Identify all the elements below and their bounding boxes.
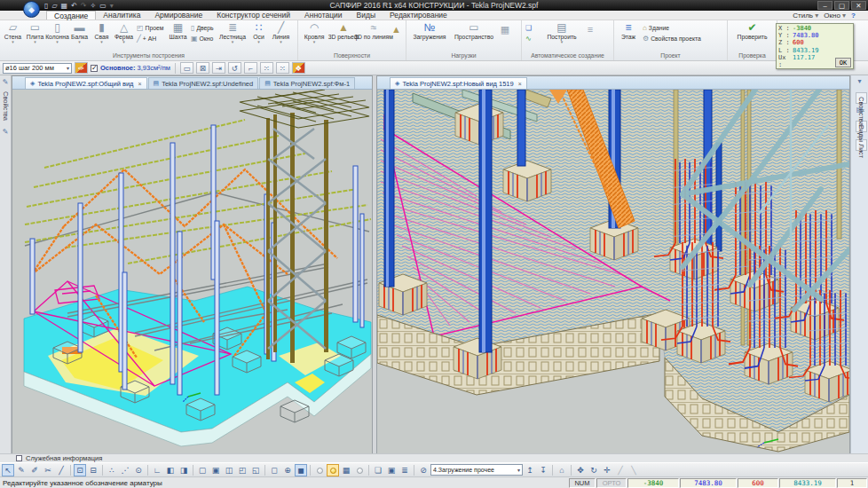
- shade-hidden-icon[interactable]: ⊕: [281, 464, 294, 476]
- bulb-off-icon[interactable]: [313, 464, 326, 476]
- fragment-icon[interactable]: ▦: [340, 464, 352, 476]
- apply-up-icon[interactable]: ↥: [524, 464, 536, 476]
- cascade-icon[interactable]: ▣: [385, 464, 398, 476]
- view-tab-undefined[interactable]: ▤ Tekla ProjNEW2.spf:Undefined: [148, 77, 259, 89]
- add-node-icon[interactable]: ✐: [28, 464, 41, 476]
- beam-button[interactable]: ▬Балка▾: [68, 21, 91, 43]
- wall-mode-3-icon[interactable]: ◫: [223, 464, 235, 476]
- lock-icon[interactable]: ⊡: [74, 464, 86, 476]
- rebar-row-1-icon[interactable]: ⁙: [260, 62, 273, 74]
- undo-icon[interactable]: ↶: [71, 2, 77, 10]
- shaft-button[interactable]: ▦Шахта: [167, 21, 189, 40]
- layers-icon[interactable]: ≣: [398, 464, 411, 476]
- plane-a-icon[interactable]: ◧: [164, 464, 177, 476]
- style-menu[interactable]: Стиль ▾: [793, 11, 818, 20]
- auto-wave-button[interactable]: ∿: [524, 34, 541, 43]
- app-logo-icon[interactable]: ◆: [23, 1, 40, 18]
- screen-icon[interactable]: ▭: [99, 2, 107, 10]
- model-canvas-rebar-view[interactable]: [377, 90, 849, 454]
- dock-doc-icon[interactable]: ▤: [851, 106, 868, 114]
- rebar-tool-2-icon[interactable]: ⊠: [196, 62, 209, 74]
- terrain-button[interactable]: ▲: [389, 21, 404, 35]
- tab-redaktirovanie[interactable]: Редактирование: [383, 11, 454, 20]
- apply-down-icon[interactable]: ↧: [537, 464, 549, 476]
- rebar-tool-5-icon[interactable]: ⌐: [244, 62, 257, 74]
- mirror-1-icon[interactable]: ╱: [614, 464, 627, 476]
- snap-line-icon[interactable]: ⋰: [119, 464, 131, 476]
- move-xy-icon[interactable]: ✛: [601, 464, 613, 476]
- load-grid-button[interactable]: ▦: [497, 21, 513, 35]
- opening-button[interactable]: ◰Проем: [135, 23, 167, 33]
- snap-circle-icon[interactable]: ⊙: [132, 464, 145, 476]
- model-canvas-general-view[interactable]: [12, 90, 372, 454]
- roof-button[interactable]: ◠Кровля▾: [300, 21, 328, 43]
- brush-icon[interactable]: ✑: [75, 62, 88, 74]
- move-icon[interactable]: ✥: [574, 464, 587, 476]
- minimize-button[interactable]: –: [817, 1, 832, 10]
- slab-button[interactable]: ▭Плита▾: [24, 21, 46, 43]
- cut-icon[interactable]: ✂: [42, 464, 54, 476]
- door-button[interactable]: ▯Дверь: [189, 23, 217, 33]
- qat-menu-caret-icon[interactable]: ▾: [110, 2, 114, 10]
- rebar-tool-4-icon[interactable]: ↺: [228, 62, 241, 74]
- floor-button[interactable]: ≡Этаж: [616, 21, 641, 40]
- plane-b-icon[interactable]: ◨: [178, 464, 190, 476]
- view-tab-obshiy-vid[interactable]: ◈ Tekla ProjNEW2.spf:Общий вид ×: [25, 77, 147, 89]
- tab-annotacii[interactable]: Аннотации: [297, 11, 350, 20]
- bulb-2-icon[interactable]: [353, 464, 366, 476]
- stairs-button[interactable]: ≣Лестница▾: [217, 21, 248, 43]
- loads-button[interactable]: №Загружения: [408, 21, 451, 40]
- rebar-spec-dropdown[interactable]: ø16 шаг 200 мм▾: [3, 63, 72, 74]
- bulb-on-icon[interactable]: [327, 464, 339, 476]
- service-info-checkbox[interactable]: [16, 455, 22, 461]
- perpendicular-icon[interactable]: ∟: [151, 464, 163, 476]
- view-tab-novyi-vid[interactable]: ◈ Tekla ProjNEW2.spf:Новый вид 1519 ×: [390, 77, 527, 89]
- edit-node-icon[interactable]: ✎: [15, 464, 28, 476]
- save-icon[interactable]: ▦: [61, 2, 68, 10]
- close-tab-icon[interactable]: ×: [518, 81, 522, 87]
- loadcase-dropdown[interactable]: 4.Загружение прочее▾: [430, 464, 523, 476]
- space-button[interactable]: ▭Пространство: [451, 21, 497, 40]
- column-button[interactable]: ▯Колонна▾: [46, 21, 68, 43]
- rebar-tool-3-icon[interactable]: ⇥: [212, 62, 225, 74]
- wall-button[interactable]: ▱Стена▾: [2, 21, 24, 43]
- auto-doc-button[interactable]: ❏: [524, 23, 541, 33]
- open-file-icon[interactable]: ▱: [51, 2, 57, 10]
- tab-armirovanie[interactable]: Армирование: [147, 11, 209, 20]
- maximize-button[interactable]: ▢: [834, 1, 849, 10]
- coord-ok-button[interactable]: ОК: [835, 58, 851, 67]
- build-button[interactable]: ▤Построить▾: [541, 21, 582, 43]
- mirror-2-icon[interactable]: ╲: [627, 464, 640, 476]
- palette-icon[interactable]: ❖: [292, 62, 305, 74]
- bylines-3d-button[interactable]: ≈3D по линиям: [359, 21, 389, 40]
- wall-mode-4-icon[interactable]: ◰: [236, 464, 249, 476]
- shade-solid-icon[interactable]: ◼: [295, 464, 307, 476]
- tab-vidy[interactable]: Виды: [350, 11, 383, 20]
- draw-line-icon[interactable]: ╱: [55, 464, 67, 476]
- line-button[interactable]: ╱Линия▾: [270, 21, 292, 43]
- home-view-icon[interactable]: ⌂: [556, 464, 568, 476]
- rebar-tool-1-icon[interactable]: ▭: [180, 62, 193, 74]
- wall-mode-2-icon[interactable]: ▣: [209, 464, 222, 476]
- axes-button[interactable]: ∷Оси▾: [248, 21, 270, 43]
- project-properties-button[interactable]: ⚙Свойства проекта: [641, 34, 722, 43]
- shade-wire-icon[interactable]: ◻: [268, 464, 280, 476]
- new-window-icon[interactable]: ❏: [372, 464, 384, 476]
- redo-icon[interactable]: ↷: [81, 2, 87, 10]
- unlock-icon[interactable]: ⊟: [87, 464, 99, 476]
- dock-caret-icon[interactable]: ▾: [851, 77, 868, 85]
- pile-button[interactable]: ▮Свая▾: [91, 21, 113, 43]
- right-dock-tab-properties[interactable]: Свойства: [856, 92, 867, 104]
- no-load-icon[interactable]: ⊘: [417, 464, 430, 476]
- truss-button[interactable]: △Ферма▾: [113, 21, 135, 43]
- rotate-icon[interactable]: ↻: [588, 464, 600, 476]
- tab-konstruktor[interactable]: Конструктор сечений: [209, 11, 297, 20]
- tab-sozdanie[interactable]: Создание: [46, 11, 96, 20]
- compass-icon[interactable]: ✧: [91, 2, 97, 10]
- snap-point-icon[interactable]: ∴: [106, 464, 118, 476]
- close-button[interactable]: ✕: [851, 1, 866, 10]
- building-button[interactable]: ⌂Здание: [641, 23, 722, 33]
- close-tab-icon[interactable]: ×: [138, 81, 141, 87]
- window-button[interactable]: ▣Окно: [189, 34, 217, 43]
- view-tab-fm1[interactable]: ▤ Tekla ProjNEW2.spf:Фм-1: [259, 77, 355, 89]
